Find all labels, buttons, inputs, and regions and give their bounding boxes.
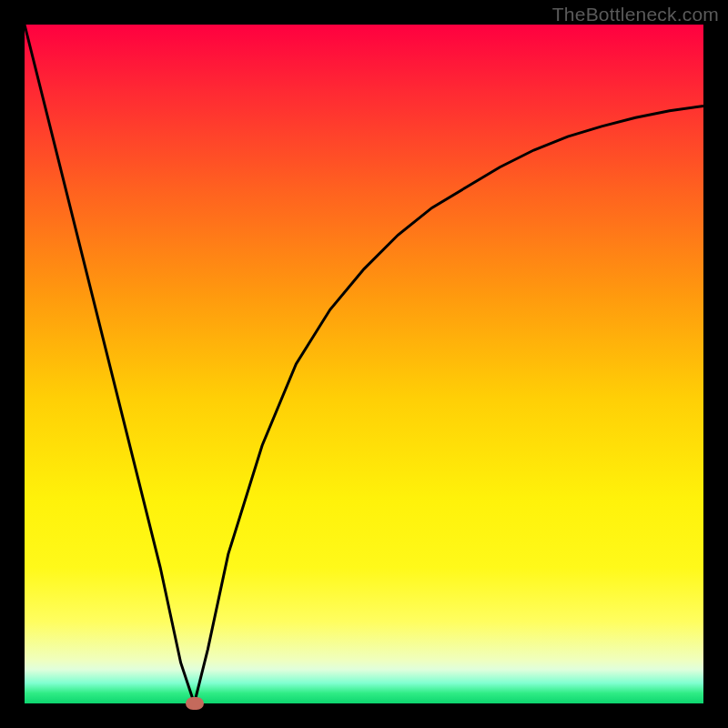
optimal-marker <box>186 697 204 710</box>
chart-plot-area <box>25 25 703 703</box>
watermark-text: TheBottleneck.com <box>552 4 719 25</box>
